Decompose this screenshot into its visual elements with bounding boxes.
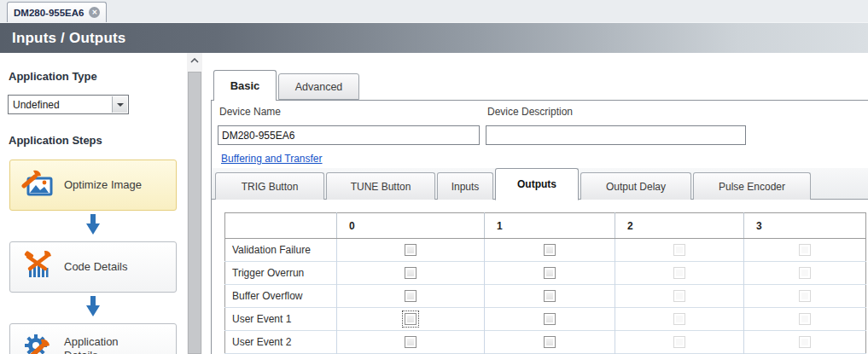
main-panel: Basic Advanced Device Name Device Descri… bbox=[203, 53, 868, 354]
step-button-optimize-image[interactable]: Optimize Image bbox=[9, 160, 177, 211]
application-type-label: Application Type bbox=[9, 70, 97, 83]
output-checkbox[interactable] bbox=[405, 267, 417, 279]
checkbox-cell bbox=[615, 308, 744, 331]
optimize-image-icon bbox=[21, 168, 54, 202]
checkbox-cell[interactable] bbox=[485, 239, 615, 262]
output-checkbox-disabled bbox=[673, 244, 685, 256]
application-type-select[interactable]: Undefined bbox=[8, 95, 129, 114]
outputs-grid-header: 0123 bbox=[225, 213, 866, 239]
app-window: DM280-955EA6 ✕ Inputs / Outputs Applicat… bbox=[0, 0, 868, 354]
application-steps-label: Application Steps bbox=[9, 134, 102, 147]
basic-tab-page: Device Name Device Description Buffering… bbox=[211, 100, 868, 354]
step-label: Optimize Image bbox=[64, 178, 149, 192]
output-checkbox-disabled bbox=[673, 313, 685, 325]
device-description-input[interactable] bbox=[486, 125, 746, 145]
checkbox-cell[interactable] bbox=[337, 239, 485, 262]
device-name-label: Device Name bbox=[219, 106, 281, 118]
row-label: User Event 1 bbox=[225, 308, 337, 331]
checkbox-cell bbox=[744, 331, 866, 354]
output-checkbox[interactable] bbox=[405, 313, 417, 325]
page-title: Inputs / Outputs bbox=[12, 30, 126, 47]
sidebar-scrollbar[interactable] bbox=[187, 53, 202, 354]
output-checkbox[interactable] bbox=[544, 267, 556, 279]
io-tab-outputs[interactable]: Outputs bbox=[495, 168, 579, 200]
output-checkbox-disabled bbox=[799, 267, 811, 279]
page-header: Inputs / Outputs bbox=[0, 22, 868, 53]
outputs-grid-body: Validation FailureTrigger OverrunBuffer … bbox=[225, 239, 866, 354]
column-header: 3 bbox=[744, 213, 866, 239]
output-checkbox-disabled bbox=[673, 290, 685, 302]
output-checkbox[interactable] bbox=[544, 290, 556, 302]
checkbox-cell bbox=[615, 262, 744, 285]
step-label: Application Details bbox=[64, 335, 149, 354]
down-arrow-icon bbox=[86, 296, 100, 320]
table-row: Validation Failure bbox=[225, 239, 866, 262]
output-checkbox-disabled bbox=[799, 290, 811, 302]
buffering-transfer-link[interactable]: Buffering and Transfer bbox=[221, 153, 323, 165]
checkbox-cell[interactable] bbox=[485, 262, 615, 285]
checkbox-cell bbox=[744, 262, 866, 285]
checkbox-cell bbox=[615, 331, 744, 354]
outputs-grid: 0123 Validation FailureTrigger OverrunBu… bbox=[224, 212, 866, 354]
device-name-input[interactable] bbox=[218, 125, 480, 145]
table-row: User Event 2 bbox=[225, 331, 866, 354]
row-label: User Event 2 bbox=[225, 331, 337, 354]
checkbox-cell bbox=[615, 239, 744, 262]
application-details-icon bbox=[21, 331, 54, 354]
output-checkbox-disabled bbox=[799, 244, 811, 256]
device-description-label: Device Description bbox=[487, 106, 573, 118]
output-checkbox[interactable] bbox=[544, 336, 556, 348]
io-tab-pulse-encoder[interactable]: Pulse Encoder bbox=[693, 172, 811, 200]
checkbox-cell[interactable] bbox=[485, 285, 615, 308]
checkbox-cell[interactable] bbox=[337, 308, 485, 331]
checkbox-cell bbox=[615, 285, 744, 308]
row-label: Trigger Overrun bbox=[225, 262, 337, 285]
checkbox-cell[interactable] bbox=[485, 331, 615, 354]
io-tab-output-delay[interactable]: Output Delay bbox=[580, 172, 691, 200]
io-tab-trig-button[interactable]: TRIG Button bbox=[215, 172, 324, 200]
output-checkbox[interactable] bbox=[405, 290, 417, 302]
row-label: Buffer Overflow bbox=[225, 285, 337, 308]
tab-advanced[interactable]: Advanced bbox=[278, 73, 359, 100]
row-label: Validation Failure bbox=[225, 239, 337, 262]
output-checkbox[interactable] bbox=[405, 244, 417, 256]
column-header: 2 bbox=[615, 213, 744, 239]
tab-basic[interactable]: Basic bbox=[213, 70, 277, 101]
step-button-application-details[interactable]: Application Details bbox=[9, 323, 177, 354]
scrollbar-thumb[interactable] bbox=[188, 72, 201, 354]
output-checkbox-disabled bbox=[799, 336, 811, 348]
output-checkbox-disabled bbox=[673, 336, 685, 348]
application-steps-list: Optimize Image Code Details bbox=[0, 160, 186, 354]
io-tab-inputs[interactable]: Inputs bbox=[437, 172, 493, 200]
checkbox-cell[interactable] bbox=[337, 285, 485, 308]
application-type-value: Undefined bbox=[13, 99, 60, 111]
table-row: User Event 1 bbox=[225, 308, 866, 331]
checkbox-cell bbox=[744, 285, 866, 308]
output-checkbox-disabled bbox=[673, 267, 685, 279]
output-checkbox[interactable] bbox=[405, 336, 417, 348]
output-checkbox[interactable] bbox=[544, 244, 556, 256]
column-header bbox=[225, 213, 337, 239]
io-tab-tune-button[interactable]: TUNE Button bbox=[326, 172, 435, 200]
device-tab-label: DM280-955EA6 bbox=[14, 8, 84, 18]
close-tab-icon[interactable]: ✕ bbox=[89, 7, 100, 18]
table-row: Buffer Overflow bbox=[225, 285, 866, 308]
chevron-down-icon[interactable] bbox=[112, 96, 127, 113]
checkbox-cell bbox=[744, 308, 866, 331]
checkbox-cell bbox=[744, 239, 866, 262]
down-arrow-icon bbox=[86, 214, 100, 238]
sidebar: Application Type Undefined Application S… bbox=[0, 53, 186, 354]
table-row: Trigger Overrun bbox=[225, 262, 866, 285]
step-label: Code Details bbox=[64, 260, 149, 274]
checkbox-cell[interactable] bbox=[337, 262, 485, 285]
device-document-tab[interactable]: DM280-955EA6 ✕ bbox=[7, 2, 107, 22]
column-header: 1 bbox=[485, 213, 615, 239]
io-tab-strip: TRIG ButtonTUNE ButtonInputsOutputsOutpu… bbox=[212, 168, 868, 200]
step-button-code-details[interactable]: Code Details bbox=[9, 241, 177, 293]
checkbox-cell[interactable] bbox=[485, 308, 615, 331]
document-tabbar: DM280-955EA6 ✕ bbox=[0, 0, 868, 22]
checkbox-cell[interactable] bbox=[337, 331, 485, 354]
output-checkbox[interactable] bbox=[544, 313, 556, 325]
column-header: 0 bbox=[337, 213, 485, 239]
scroll-up-icon[interactable] bbox=[187, 53, 202, 68]
